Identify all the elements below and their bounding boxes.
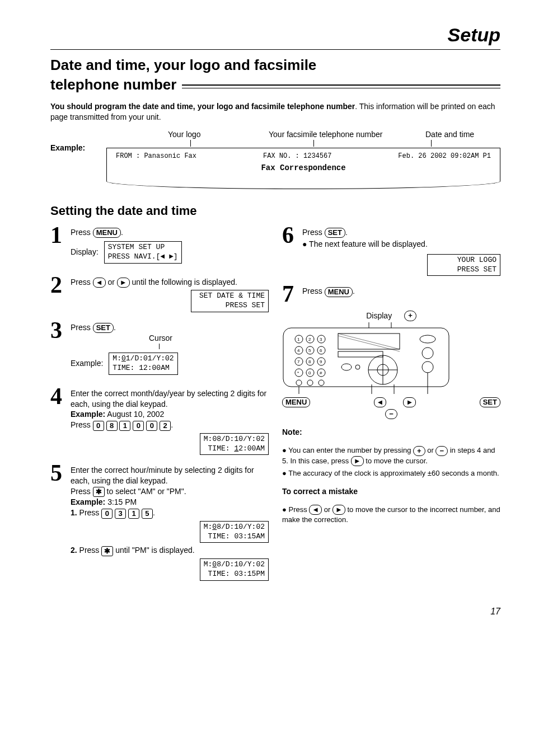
s5-l2a: Press xyxy=(77,546,102,555)
left-arrow-button: ◄ xyxy=(93,278,106,288)
step-2-number: 2 xyxy=(50,275,71,296)
svg-point-14 xyxy=(307,380,313,386)
s4-text: Enter the correct month/day/year by sele… xyxy=(71,389,266,408)
svg-text:2: 2 xyxy=(308,337,311,342)
key-8: 8 xyxy=(106,421,118,431)
cursor-label: Cursor xyxy=(149,333,269,344)
faxhdr-date: Feb. 26 2002 09:02AM P1 xyxy=(398,152,491,161)
svg-point-36 xyxy=(422,348,433,359)
step-1-number: 1 xyxy=(50,225,71,246)
svg-point-15 xyxy=(318,380,324,386)
step-3-number: 3 xyxy=(50,320,71,341)
s5-lcd2: M:08/D:10/Y:02 TIME: 03:15PM xyxy=(200,558,269,581)
left-column: 1 Press MENU. Display: SYSTEM SET UP PRE… xyxy=(50,225,269,589)
left-arrow-button-2: ◄ xyxy=(309,505,322,515)
key-0c: 0 xyxy=(146,421,157,431)
subheading: Setting the date and time xyxy=(50,203,500,219)
correct-line: Press ◄ or ► to move the cursor to the i… xyxy=(282,505,500,525)
svg-point-39 xyxy=(355,365,360,369)
device-illustration: Display + 123 456 789 *0# xyxy=(282,311,500,419)
s1-text-b: . xyxy=(121,228,123,237)
right-arrow-button: ► xyxy=(117,278,130,288)
main-heading-line1: Date and time, your logo and facsimile xyxy=(50,55,500,75)
faxhdr-from: FROM : Panasonic Fax xyxy=(116,152,196,161)
s5-l1-dot: . xyxy=(153,508,155,517)
svg-line-29 xyxy=(338,334,400,349)
svg-point-37 xyxy=(422,361,433,373)
svg-text:1: 1 xyxy=(297,337,300,342)
menu-button: MENU xyxy=(93,228,121,238)
example-lbl: Example: xyxy=(71,358,103,369)
callout-datetime: Date and time xyxy=(425,129,474,140)
star-key: ✱ xyxy=(93,487,105,497)
s5-lcd1: M:08/D:10/Y:02 TIME: 03:15AM xyxy=(200,521,269,543)
s4-ex-label: Example: xyxy=(71,410,105,419)
menu-button-2: MENU xyxy=(325,287,353,297)
s5-l2: 2. xyxy=(71,546,77,555)
s5-l1: 1. xyxy=(71,508,77,517)
s4-dot: . xyxy=(171,420,173,429)
key-3: 3 xyxy=(115,509,126,519)
s2-mid: or xyxy=(106,278,117,287)
svg-text:7: 7 xyxy=(297,359,300,364)
intro-paragraph: You should program the date and time, yo… xyxy=(50,101,500,123)
svg-rect-40 xyxy=(338,351,383,357)
svg-point-38 xyxy=(341,364,352,370)
display-label: Display: xyxy=(71,247,99,257)
note-heading: Note: xyxy=(282,428,302,436)
svg-text:3: 3 xyxy=(320,337,322,342)
note-1: You can enter the number by pressing + o… xyxy=(282,445,500,466)
plus-button-icon: + xyxy=(404,311,416,321)
s6-lcd: YOUR LOGO PRESS SET xyxy=(427,254,500,276)
s5-text: Enter the correct hour/minute by selecti… xyxy=(71,466,254,485)
s4-ex-val: August 10, 2002 xyxy=(105,410,164,419)
torn-edge xyxy=(106,181,500,189)
s4-lcd: M:08/D:10/Y:02 TIME: 12:00AM xyxy=(200,433,269,456)
svg-text:9: 9 xyxy=(320,359,322,364)
svg-point-35 xyxy=(420,335,435,343)
s6-b: . xyxy=(345,228,348,237)
key-1b: 1 xyxy=(128,509,139,519)
main-heading-line2: telephone number xyxy=(50,75,176,95)
svg-text:4: 4 xyxy=(297,348,300,353)
key-1: 1 xyxy=(119,421,130,431)
step-6-number: 6 xyxy=(282,225,302,246)
set-button: SET xyxy=(93,323,114,333)
dev-display-label: Display xyxy=(366,311,392,321)
s6-a: Press xyxy=(302,228,325,237)
faxhdr-faxno: FAX NO. : 1234567 xyxy=(263,152,331,161)
page-title: Setup xyxy=(50,22,500,50)
s4-press: Press xyxy=(71,420,93,429)
s5-l1-press: Press xyxy=(77,508,102,517)
key-0d: 0 xyxy=(101,509,113,519)
plus-button: + xyxy=(413,446,425,456)
svg-text:5: 5 xyxy=(308,348,311,353)
s3-b: . xyxy=(114,323,116,332)
right-arrow-button-3: ► xyxy=(332,505,345,515)
svg-text:#: # xyxy=(320,370,322,375)
key-2: 2 xyxy=(160,421,171,431)
s7-a: Press xyxy=(302,287,325,295)
s2-a: Press xyxy=(71,278,93,287)
s6-bullet: The next feature will be displayed. xyxy=(302,239,500,250)
key-0: 0 xyxy=(93,421,104,431)
svg-text:0: 0 xyxy=(308,370,311,375)
s1-lcd: SYSTEM SET UP PRESS NAVI.[◄ ►] xyxy=(104,241,182,264)
svg-text:6: 6 xyxy=(320,348,322,353)
right-column: 6 Press SET. The next feature will be di… xyxy=(282,225,500,589)
minus-button: − xyxy=(435,446,448,456)
s5-ex-label: Example: xyxy=(71,497,105,506)
correct-heading: To correct a mistake xyxy=(282,487,358,496)
step-4-number: 4 xyxy=(50,386,71,407)
s5-t2b: to select "AM" or "PM". xyxy=(105,487,186,496)
step-7-number: 7 xyxy=(282,284,302,305)
fax-device-icon: 123 456 789 *0# xyxy=(282,322,450,395)
svg-text:8: 8 xyxy=(308,359,311,364)
minus-button-icon: − xyxy=(385,409,397,419)
dev-left-arrow: ◄ xyxy=(374,397,387,407)
s1-text-a: Press xyxy=(71,228,93,237)
heading-text-1: Date and time, your logo and facsimile xyxy=(50,57,316,73)
s3-lcd: M:01/D:01/Y:02 TIME: 12:00AM xyxy=(109,353,177,375)
example-block: Example: Your logo Your facsimile teleph… xyxy=(50,129,500,189)
right-arrow-button-2: ► xyxy=(351,456,364,466)
